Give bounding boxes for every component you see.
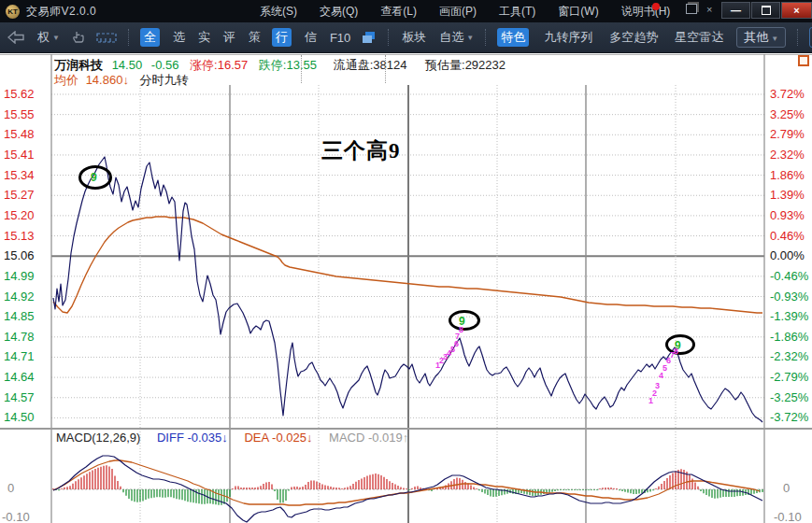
percent-tick-label: 2.79% [770, 127, 805, 141]
last-price: 14.50 [112, 58, 143, 72]
percent-tick-label: -1.86% [770, 330, 808, 344]
percent-tick-label: 0.00% [770, 248, 805, 262]
toolbar-separator [388, 29, 389, 46]
percent-tick-label: 0.93% [770, 208, 805, 222]
percent-tick-label: -2.32% [770, 349, 808, 363]
chart-region: 万润科技 14.50 -0.56 涨停:16.57 跌停:13.55 流通盘:3… [0, 53, 812, 523]
maximize-button[interactable] [751, 2, 780, 19]
window-marker-icon[interactable] [798, 55, 809, 66]
sequence-nine-marker: 9 [91, 172, 97, 183]
mdi-restore-icon[interactable] [686, 4, 697, 14]
percent-tick-label: -1.39% [770, 309, 808, 323]
intraday-chart-canvas[interactable] [0, 53, 812, 523]
select-button[interactable]: 选 [173, 29, 185, 46]
macd-scale-zero-left: 0 [7, 481, 14, 495]
sequence-count-digit: 8 [459, 326, 463, 334]
sequence-count-digit: 4 [659, 372, 663, 380]
ruler-icon[interactable] [96, 32, 117, 44]
menu-item-6[interactable]: 说明书(H) [621, 4, 671, 20]
price-tick-label: 15.13 [4, 229, 35, 243]
price-tick-label: 14.85 [4, 309, 35, 323]
close-button[interactable]: × [781, 2, 812, 19]
layers-icon[interactable] [362, 31, 377, 44]
avg-price-value: 14.860↓ [86, 73, 129, 87]
app-title: 交易师V2.0.0 [26, 4, 96, 20]
avg-price-row: 均价 14.860↓ 分时九转 [54, 72, 189, 89]
macd-scale-neg-right: -0.10 [774, 510, 802, 523]
minimize-button[interactable]: — [721, 2, 750, 19]
back-arrow-icon[interactable] [7, 31, 24, 44]
other-dropdown-button[interactable]: 其他▼ [736, 27, 786, 48]
limit-up-value: 涨停:16.57 [190, 58, 248, 72]
sector-button[interactable]: 板块 [402, 29, 426, 46]
chevron-down-icon[interactable]: ▼ [52, 34, 60, 42]
macd-params: MACD(12,26,9) [56, 431, 140, 445]
menu-item-1[interactable]: 交易(Q) [320, 4, 358, 20]
nine-turn-sequence-button[interactable]: 九转序列 [544, 29, 592, 46]
info-separator [301, 55, 302, 83]
price-tick-label: 14.50 [4, 410, 35, 424]
toolbar-separator [485, 29, 486, 46]
price-tick-label: 15.34 [4, 168, 35, 182]
percent-tick-label: -0.93% [770, 290, 808, 304]
annotation-text: 三个高9 [321, 136, 401, 165]
percent-tick-label: -0.46% [770, 269, 808, 283]
float-shares: 流通盘:38124 [334, 58, 407, 72]
price-tick-label: 15.62 [4, 87, 35, 101]
toolbar: 权 ▼ 全 选 实 评 策 行 信 F10 板块 自选 ▼ 特色 九转序列 多空… [0, 22, 812, 53]
macd-hist-value: MACD -0.019↑ [329, 431, 408, 445]
sequence-count-digit: 3 [655, 382, 660, 390]
price-tick-label: 14.92 [4, 290, 35, 304]
menu-item-2[interactable]: 查看(L) [380, 4, 417, 20]
long-short-trend-button[interactable]: 多空趋势 [609, 29, 658, 46]
sequence-count-digit: 5 [662, 364, 667, 373]
sequence-count-digit: 1 [648, 397, 653, 405]
price-tick-label: 15.06 [4, 248, 35, 262]
percent-tick-label: 3.72% [770, 87, 805, 101]
percent-tick-label: -3.25% [770, 390, 808, 404]
price-tick-label: 14.71 [4, 349, 35, 363]
info-separator [385, 55, 386, 83]
menu-item-3[interactable]: 画面(P) [439, 4, 477, 20]
percent-tick-label: 1.86% [770, 168, 805, 182]
chevron-down-icon: ▼ [771, 35, 778, 43]
percent-tick-label: 2.32% [770, 148, 805, 162]
price-tick-label: 15.41 [4, 148, 35, 162]
mdi-close-icon[interactable]: × [706, 4, 712, 16]
menu-item-5[interactable]: 窗口(W) [558, 4, 598, 20]
news-button[interactable]: 信 [305, 29, 317, 46]
macd-scale-zero-right: 0 [783, 481, 790, 495]
percent-tick-label: -3.72% [770, 410, 808, 424]
strategy-button[interactable]: 策 [249, 29, 261, 46]
menu-item-4[interactable]: 工具(T) [499, 4, 535, 20]
price-tick-label: 15.48 [4, 127, 35, 141]
sequence-count-digit: 2 [652, 389, 657, 398]
review-button[interactable]: 评 [223, 29, 235, 46]
macd-diff-value: DIFF -0.035↓ [157, 431, 228, 445]
price-tick-label: 14.57 [4, 390, 35, 404]
sequence-count-digit: 6 [454, 340, 459, 348]
price-tick-label: 14.78 [4, 330, 35, 344]
star-radar-button[interactable]: 星空雷达 [675, 29, 723, 46]
stock-name: 万润科技 [54, 58, 103, 72]
featured-button[interactable]: 特色 [497, 28, 529, 47]
app-logo-icon: KT [6, 5, 20, 19]
chevron-down-icon[interactable]: ▼ [466, 34, 474, 42]
macd-header: MACD(12,26,9) DIFF -0.035↓ DEA -0.025↓ M… [56, 431, 421, 445]
menu-item-0[interactable]: 系统(S) [260, 4, 297, 20]
estimated-volume: 预估量:292232 [425, 58, 506, 72]
all-markets-button[interactable]: 全 [140, 28, 160, 47]
price-tick-label: 15.20 [4, 208, 35, 222]
toolbar-separator [797, 29, 798, 46]
watchlist-button[interactable]: 自选 [439, 29, 463, 46]
percent-tick-label: -2.79% [770, 370, 808, 384]
price-change: -0.56 [151, 58, 179, 72]
f10-button[interactable]: F10 [330, 31, 350, 45]
toolbar-separator [128, 29, 129, 46]
macd-scale-neg-left: -0.10 [2, 510, 30, 523]
quotes-button[interactable]: 行 [272, 28, 292, 47]
hand-pointer-icon[interactable] [71, 31, 85, 45]
notification-dot-icon [652, 3, 660, 10]
rights-button[interactable]: 权 [37, 29, 50, 46]
realtime-button[interactable]: 实 [198, 29, 210, 46]
